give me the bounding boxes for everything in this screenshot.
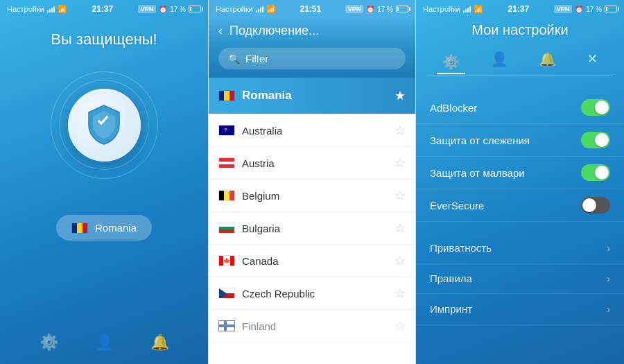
clock-3: 21:37 — [508, 4, 529, 14]
toggle-malware: Защита от малвари — [416, 157, 624, 189]
country-name-canada: Canada — [242, 255, 388, 267]
chevron-privacy: › — [607, 243, 610, 254]
toggle-eversecure: EverSecure — [416, 189, 624, 222]
status-left-3: Настройки 📶 — [423, 5, 483, 14]
star-belgium[interactable]: ☆ — [395, 188, 406, 203]
country-item-bulgaria[interactable]: Bulgaria ☆ — [209, 212, 415, 245]
gear-icon-bottom[interactable]: ⚙️ — [40, 333, 58, 352]
filter-input-wrap[interactable]: 🔍 Filter — [218, 48, 406, 69]
person-icon-bottom[interactable]: 👤 — [95, 333, 114, 352]
battery-icon-2 — [396, 6, 408, 12]
flag-australia: 🇦🇺 — [218, 125, 235, 136]
filter-bar: 🔍 Filter — [209, 48, 415, 78]
status-bar-1: Настройки 📶 21:37 VPN ⏰ 17 % — [0, 0, 208, 17]
protected-title: Вы защищены! — [51, 31, 157, 49]
settings-content: AdBlocker Защита от слежения Защита от м… — [416, 86, 624, 364]
back-arrow-icon[interactable]: ‹ — [218, 24, 223, 38]
country-item-romania[interactable]: Romania ★ — [209, 78, 415, 114]
country-list: Romania ★ 🇦🇺 Australia ☆ Austria — [209, 78, 415, 364]
country-name-australia: Australia — [242, 125, 388, 137]
star-canada[interactable]: ☆ — [395, 253, 406, 268]
settings-label-1: Настройки — [7, 5, 44, 13]
country-name-austria: Austria — [242, 157, 388, 169]
country-name-finland: Finland — [242, 320, 388, 332]
country-item-austria[interactable]: Austria ☆ — [209, 147, 415, 180]
country-name-bulgaria: Bulgaria — [242, 223, 388, 234]
wifi-icon-3: 📶 — [474, 5, 483, 14]
flag-romania-small — [71, 223, 88, 234]
status-right-2: VPN ⏰ 17 % — [345, 5, 408, 13]
battery-pct-3: 17 % — [586, 6, 602, 13]
settings-label-3: Настройки — [423, 5, 460, 13]
label-eversecure: EverSecure — [430, 200, 484, 211]
toggle-eversecure-switch[interactable] — [581, 197, 610, 214]
label-adblocker: AdBlocker — [430, 102, 477, 114]
shield-circle[interactable] — [68, 89, 141, 162]
tab-bell[interactable]: 🔔 — [533, 48, 562, 70]
country-item-australia[interactable]: 🇦🇺 Australia ☆ — [209, 114, 415, 147]
flag-belgium — [218, 190, 235, 201]
label-malware: Защита от малвари — [430, 167, 525, 179]
toggle-malware-switch[interactable] — [581, 164, 610, 181]
status-bar-2: Настройки 📶 21:51 VPN ⏰ 17 % — [209, 0, 415, 17]
wifi-icon-2: 📶 — [266, 5, 276, 14]
star-finland[interactable]: ☆ — [395, 318, 406, 333]
shield-icon — [86, 104, 122, 146]
connection-title: Подключение... — [229, 24, 319, 38]
bell-icon-bottom[interactable]: 🔔 — [150, 333, 169, 352]
nav-privacy[interactable]: Приватность › — [416, 233, 624, 263]
toggle-adblocker: AdBlocker — [416, 92, 624, 124]
toggle-tracking-switch[interactable] — [581, 132, 610, 148]
panel-settings: Настройки 📶 21:37 VPN ⏰ 17 % Мои настрой… — [416, 0, 624, 364]
star-australia[interactable]: ☆ — [395, 123, 406, 138]
clock-1: 21:37 — [92, 4, 113, 14]
country-item-canada[interactable]: 🍁 Canada ☆ — [209, 245, 415, 277]
settings-header: Мои настройки ⚙️ 👤 🔔 ✕ — [416, 17, 624, 86]
connection-header: ‹ Подключение... — [209, 17, 415, 48]
country-item-finland[interactable]: Finland ☆ — [209, 310, 415, 343]
signal-icon-2 — [256, 6, 263, 12]
filter-text[interactable]: Filter — [245, 53, 268, 64]
nav-rules[interactable]: Правила › — [416, 263, 624, 294]
label-imprint: Импринт — [430, 303, 472, 315]
tab-person[interactable]: 👤 — [485, 48, 514, 70]
status-right-1: VPN ⏰ 17 % — [138, 5, 201, 13]
tab-close[interactable]: ✕ — [582, 49, 603, 69]
shield-container[interactable] — [49, 69, 159, 180]
settings-divider — [416, 222, 624, 233]
country-name-czech: Czech Republic — [242, 288, 388, 300]
toggle-adblocker-switch[interactable] — [581, 99, 610, 116]
country-item-czech[interactable]: Czech Republic ☆ — [209, 277, 415, 310]
panel-protected: Настройки 📶 21:37 VPN ⏰ 17 % Вы защищены… — [0, 0, 208, 364]
toggle-tracking: Защита от слежения — [416, 124, 624, 157]
panel-connection: Настройки 📶 21:51 VPN ⏰ 17 % ‹ Подключен… — [208, 0, 416, 364]
status-left-2: Настройки 📶 — [216, 5, 276, 14]
wifi-icon: 📶 — [58, 5, 67, 14]
country-name-belgium: Belgium — [242, 190, 388, 202]
chevron-imprint: › — [607, 304, 610, 315]
star-czech[interactable]: ☆ — [395, 286, 406, 301]
bottom-nav-1: ⚙️ 👤 🔔 — [0, 333, 208, 352]
flag-finland — [218, 320, 235, 331]
vpn-badge-3: VPN — [554, 5, 573, 13]
star-bulgaria[interactable]: ☆ — [395, 220, 406, 236]
country-label: Romania — [95, 222, 137, 234]
star-romania[interactable]: ★ — [395, 88, 406, 103]
flag-canada: 🍁 — [218, 255, 235, 266]
settings-tabs: ⚙️ 👤 🔔 ✕ — [427, 48, 613, 76]
chevron-rules: › — [607, 273, 610, 284]
tab-gear[interactable]: ⚙️ — [437, 51, 465, 74]
alarm-icon-3: ⏰ — [575, 6, 583, 13]
signal-icon-3 — [463, 6, 471, 12]
country-item-belgium[interactable]: Belgium ☆ — [209, 180, 415, 212]
nav-imprint[interactable]: Импринт › — [416, 294, 624, 324]
flag-romania — [218, 90, 235, 101]
alarm-icon-1: ⏰ — [159, 6, 167, 13]
status-left-1: Настройки 📶 — [7, 5, 67, 14]
settings-title: Мои настройки — [471, 22, 568, 38]
star-austria[interactable]: ☆ — [395, 155, 406, 171]
battery-pct-2: 17 % — [377, 6, 393, 13]
country-name-romania: Romania — [242, 89, 388, 103]
country-button[interactable]: Romania — [56, 215, 152, 241]
flag-bulgaria — [218, 223, 235, 234]
